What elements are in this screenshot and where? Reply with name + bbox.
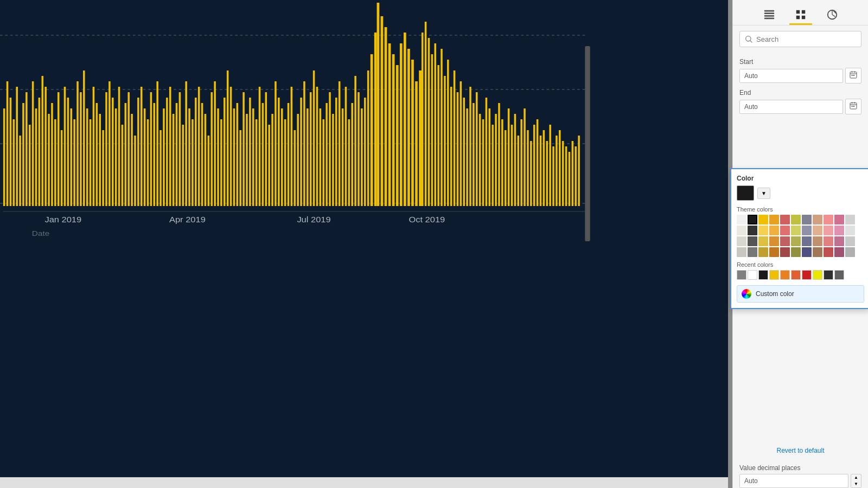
color-cell[interactable] xyxy=(802,236,812,246)
color-cell[interactable] xyxy=(834,215,844,224)
color-cell[interactable] xyxy=(824,236,833,246)
color-cell[interactable] xyxy=(748,215,757,224)
svg-rect-151 xyxy=(256,119,258,206)
svg-rect-34 xyxy=(80,92,82,206)
svg-rect-118 xyxy=(482,119,484,206)
svg-rect-104 xyxy=(437,65,439,206)
color-cell[interactable] xyxy=(758,236,768,246)
svg-rect-187 xyxy=(371,54,373,206)
color-cell[interactable] xyxy=(845,215,855,224)
decimal-select[interactable]: Auto xyxy=(739,474,848,488)
color-cell[interactable] xyxy=(780,215,790,224)
tab-fields[interactable] xyxy=(758,5,781,25)
color-cell[interactable] xyxy=(834,226,844,235)
color-picker-dropdown: Color ▼ Theme colors xyxy=(730,168,868,309)
svg-rect-32 xyxy=(73,119,75,206)
svg-rect-51 xyxy=(134,136,136,206)
svg-rect-80 xyxy=(227,70,229,206)
color-cell[interactable] xyxy=(791,247,801,257)
color-cell[interactable] xyxy=(780,236,790,246)
color-cell[interactable] xyxy=(737,226,746,235)
svg-rect-195 xyxy=(796,10,799,14)
recent-color-cell[interactable] xyxy=(813,270,822,280)
color-cell[interactable] xyxy=(758,226,768,235)
svg-rect-69 xyxy=(192,119,194,206)
color-cell[interactable] xyxy=(748,247,757,257)
svg-rect-27 xyxy=(58,92,60,206)
color-cell[interactable] xyxy=(748,236,757,246)
recent-color-cell[interactable] xyxy=(769,270,779,280)
color-cell[interactable] xyxy=(834,247,844,257)
color-cell[interactable] xyxy=(769,226,779,235)
recent-color-cell[interactable] xyxy=(748,270,757,280)
search-input[interactable] xyxy=(756,35,857,43)
selected-color-swatch[interactable] xyxy=(737,185,754,201)
end-calendar-button[interactable] xyxy=(845,99,861,114)
svg-rect-21 xyxy=(39,98,41,206)
custom-color-label: Custom color xyxy=(756,290,794,298)
color-cell[interactable] xyxy=(824,247,833,257)
color-select-row: ▼ xyxy=(737,185,864,201)
color-cell[interactable] xyxy=(769,215,779,224)
color-cell[interactable] xyxy=(737,247,746,257)
svg-rect-66 xyxy=(182,125,184,206)
custom-color-button[interactable]: Custom color xyxy=(737,285,864,303)
svg-rect-77 xyxy=(217,108,219,206)
tab-analytics[interactable] xyxy=(821,5,844,25)
end-input[interactable] xyxy=(739,100,843,114)
spinner-up[interactable]: ▲ xyxy=(851,474,861,481)
recent-color-cell[interactable] xyxy=(758,270,768,280)
color-cell[interactable] xyxy=(780,247,790,257)
svg-rect-135 xyxy=(537,119,539,206)
chart-svg: Jan 2019 Apr 2019 Jul 2019 Oct 2019 Date xyxy=(0,0,728,488)
color-cell[interactable] xyxy=(834,236,844,246)
color-cell[interactable] xyxy=(737,236,746,246)
svg-rect-87 xyxy=(377,3,380,206)
svg-rect-102 xyxy=(431,54,433,206)
color-cell[interactable] xyxy=(813,226,822,235)
tab-format[interactable] xyxy=(789,5,812,25)
color-cell[interactable] xyxy=(791,215,801,224)
revert-default-link[interactable]: Revert to default xyxy=(739,442,861,459)
color-cell[interactable] xyxy=(780,226,790,235)
svg-rect-93 xyxy=(400,43,403,206)
svg-rect-156 xyxy=(271,114,273,206)
svg-rect-42 xyxy=(105,92,107,206)
color-cell[interactable] xyxy=(758,247,768,257)
start-calendar-button[interactable] xyxy=(845,68,861,84)
recent-color-cell[interactable] xyxy=(802,270,812,280)
color-cell[interactable] xyxy=(748,226,757,235)
color-cell[interactable] xyxy=(824,226,833,235)
color-cell[interactable] xyxy=(791,236,801,246)
color-cell[interactable] xyxy=(802,226,812,235)
spinner-down[interactable]: ▼ xyxy=(851,481,861,487)
color-dropdown-button[interactable]: ▼ xyxy=(757,188,770,199)
recent-color-cell[interactable] xyxy=(737,270,746,280)
color-cell[interactable] xyxy=(791,226,801,235)
color-cell[interactable] xyxy=(813,215,822,224)
color-cell[interactable] xyxy=(769,247,779,257)
start-input[interactable] xyxy=(739,69,843,83)
color-cell[interactable] xyxy=(769,236,779,246)
color-cell[interactable] xyxy=(813,247,822,257)
color-cell[interactable] xyxy=(802,215,812,224)
color-cell[interactable] xyxy=(737,215,746,224)
color-cell[interactable] xyxy=(845,247,855,257)
svg-rect-132 xyxy=(527,130,529,206)
svg-rect-105 xyxy=(441,49,443,206)
svg-rect-190 xyxy=(585,46,590,241)
svg-rect-10 xyxy=(3,108,5,206)
recent-color-cell[interactable] xyxy=(834,270,844,280)
color-cell[interactable] xyxy=(758,215,768,224)
recent-color-cell[interactable] xyxy=(824,270,833,280)
color-cell[interactable] xyxy=(813,236,822,246)
recent-color-cell[interactable] xyxy=(791,270,801,280)
svg-rect-170 xyxy=(316,87,318,206)
recent-color-cell[interactable] xyxy=(780,270,790,280)
color-cell[interactable] xyxy=(824,215,833,224)
color-cell[interactable] xyxy=(845,226,855,235)
color-cell[interactable] xyxy=(802,247,812,257)
svg-text:Apr 2019: Apr 2019 xyxy=(169,215,206,224)
search-box[interactable] xyxy=(739,31,861,47)
color-cell[interactable] xyxy=(845,236,855,246)
